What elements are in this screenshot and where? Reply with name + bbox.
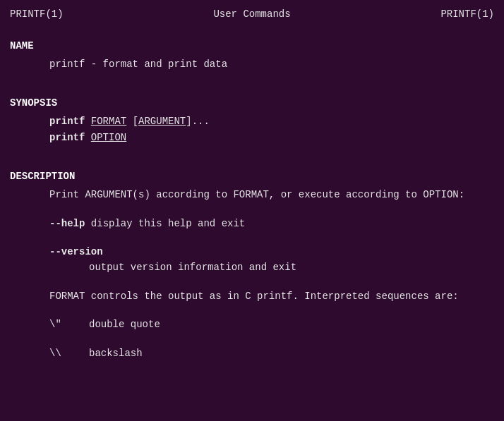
help-text: display this help and exit: [85, 218, 245, 229]
synopsis-line1-suffix: ]...: [186, 116, 210, 127]
synopsis-bracket-open: [: [126, 116, 138, 127]
name-content: printf - format and print data: [10, 56, 494, 72]
escape2-line: \\backslash: [10, 346, 494, 361]
name-title: NAME: [10, 39, 494, 54]
synopsis-section: SYNOPSIS printf FORMAT [ARGUMENT]... pri…: [10, 96, 494, 145]
escape2-desc: backslash: [89, 348, 143, 359]
synopsis-line2: printf OPTION: [10, 130, 494, 145]
synopsis-option: OPTION: [91, 132, 126, 143]
version-flag-line: --version: [10, 244, 494, 260]
name-section: NAME printf - format and print data: [10, 39, 494, 72]
synopsis-title: SYNOPSIS: [10, 96, 494, 111]
help-line: --help display this help and exit: [10, 216, 494, 231]
help-flag: --help: [49, 218, 85, 229]
header-right: PRINTF(1): [440, 7, 494, 22]
escape1-desc: double quote: [89, 319, 160, 330]
synopsis-argument: ARGUMENT: [138, 116, 186, 127]
description-section: DESCRIPTION Print ARGUMENT(s) according …: [10, 169, 494, 361]
version-flag: --version: [49, 246, 103, 257]
version-text-line: output version information and exit: [10, 260, 494, 275]
format-intro-line: FORMAT controls the output as in C print…: [10, 288, 494, 304]
escape1-seq: \": [49, 317, 89, 332]
description-para1: Print ARGUMENT(s) according to FORMAT, o…: [10, 187, 494, 202]
man-page-header: PRINTF(1) User Commands PRINTF(1): [10, 7, 494, 22]
synopsis-printf-2: printf: [49, 132, 91, 143]
header-center: User Commands: [213, 7, 290, 22]
synopsis-line1: printf FORMAT [ARGUMENT]...: [10, 114, 494, 129]
header-left: PRINTF(1): [10, 7, 64, 22]
description-title: DESCRIPTION: [10, 169, 494, 184]
escape1-line: \"double quote: [10, 317, 494, 332]
synopsis-printf-1: printf: [49, 116, 91, 127]
synopsis-format: FORMAT: [91, 116, 126, 127]
escape2-seq: \\: [49, 346, 89, 361]
